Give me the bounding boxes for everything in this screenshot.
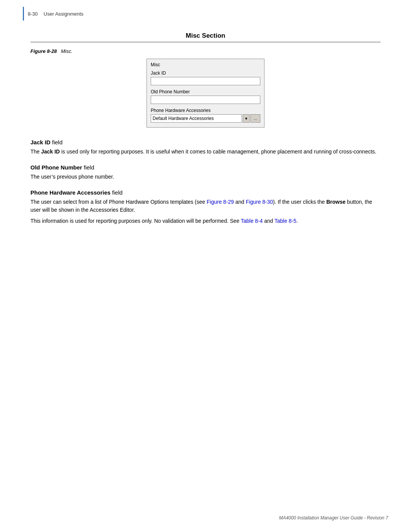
jack-id-desc-bold: Jack ID <box>41 149 60 155</box>
header-section-title: User Assignments <box>44 11 84 17</box>
phone-hw-desc2-suffix: . <box>296 218 298 224</box>
phone-hw-desc-mid: and <box>234 199 246 205</box>
old-phone-description: The user’s previous phone number. <box>30 173 381 181</box>
table-8-4-link[interactable]: Table 8-4 <box>241 218 263 224</box>
phone-hw-desc2-prefix: This information is used for reporting p… <box>30 218 241 224</box>
phone-hardware-heading-suffix: field <box>112 189 123 196</box>
browse-button[interactable]: ... <box>250 114 260 123</box>
main-content: Misc Section Figure 8-28 Misc. Misc Jack… <box>0 24 411 256</box>
phone-hw-desc2-mid: and <box>263 218 274 224</box>
page-number: 8-30 <box>28 11 38 17</box>
jack-id-description: The Jack ID is used only for reporting p… <box>30 148 381 156</box>
phone-hardware-heading-bold: Phone Hardware Accessories <box>30 189 110 196</box>
jack-id-heading-suffix: field <box>52 139 63 145</box>
jack-id-heading: Jack ID field <box>30 139 381 145</box>
footer-text: MA4000 Installation Manager User Guide -… <box>279 515 388 521</box>
jack-id-section: Jack ID field The Jack ID is used only f… <box>30 139 381 156</box>
accessories-row: Default Hardware Accessories ▼ ... <box>151 114 260 123</box>
phone-hardware-desc-2: This information is used for reporting p… <box>30 217 381 225</box>
misc-dialog: Misc Jack ID Old Phone Number Phone Hard… <box>147 59 264 128</box>
figure-label: Figure 8-28 <box>30 48 57 54</box>
phone-hardware-heading: Phone Hardware Accessories field <box>30 189 381 196</box>
section-divider <box>30 42 381 42</box>
figure-caption-text: Misc. <box>61 48 72 54</box>
figure-caption: Figure 8-28 Misc. <box>30 48 381 54</box>
page-footer: MA4000 Installation Manager User Guide -… <box>279 515 388 521</box>
phone-hw-desc-prefix: The user can select from a list of Phone… <box>30 199 207 205</box>
phone-hardware-section: Phone Hardware Accessories field The use… <box>30 189 381 225</box>
phone-hardware-description: The user can select from a list of Phone… <box>30 198 381 225</box>
old-phone-desc: The user’s previous phone number. <box>30 174 114 180</box>
old-phone-input[interactable] <box>151 96 260 104</box>
table-8-5-link[interactable]: Table 8-5 <box>274 218 296 224</box>
jack-id-label: Jack ID <box>151 70 260 76</box>
figure-8-30-link[interactable]: Figure 8-30 <box>246 199 273 205</box>
old-phone-section: Old Phone Number field The user’s previo… <box>30 164 381 181</box>
phone-hardware-desc-1: The user can select from a list of Phone… <box>30 198 381 214</box>
jack-id-desc-prefix: The <box>30 149 41 155</box>
phone-hw-desc-suffix-prefix: ). If the user clicks the <box>273 199 326 205</box>
dropdown-arrow-icon[interactable]: ▼ <box>243 114 250 123</box>
old-phone-heading-bold: Old Phone Number <box>30 164 82 171</box>
jack-id-desc-suffix: is used only for reporting purposes. It … <box>60 149 376 155</box>
old-phone-label: Old Phone Number <box>151 89 260 94</box>
vertical-bar-icon <box>23 7 24 21</box>
accessories-label: Phone Hardware Accessories <box>151 108 260 113</box>
phone-hw-desc-bold: Browse <box>326 199 346 205</box>
jack-id-heading-bold: Jack ID <box>30 139 51 145</box>
old-phone-heading-suffix: field <box>84 164 94 171</box>
header: 8-30 User Assignments <box>0 0 411 24</box>
misc-dialog-title: Misc <box>151 62 260 67</box>
jack-id-input[interactable] <box>151 77 260 85</box>
section-title: Misc Section <box>30 32 381 40</box>
old-phone-heading: Old Phone Number field <box>30 164 381 171</box>
page-container: 8-30 User Assignments Misc Section Figur… <box>0 0 411 532</box>
figure-8-29-link[interactable]: Figure 8-29 <box>207 199 234 205</box>
accessories-select[interactable]: Default Hardware Accessories <box>151 114 242 123</box>
